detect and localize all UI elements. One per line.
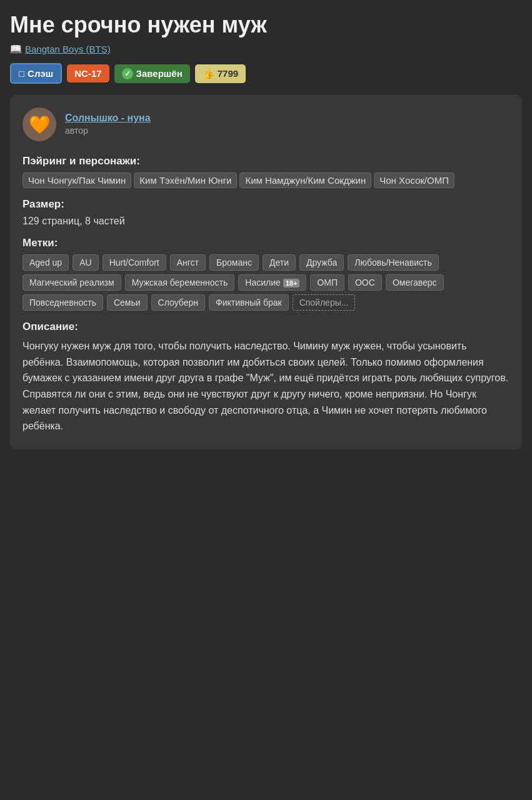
pairing-section: Пэйринг и персонажи: Чон Чонгук/Пак Чими… bbox=[23, 155, 509, 188]
tag-item[interactable]: Любовь/Ненависть bbox=[348, 254, 439, 271]
description-label: Описание: bbox=[23, 321, 509, 333]
tag-item[interactable]: Слоуберн bbox=[151, 294, 205, 311]
tag-item[interactable]: ОМП bbox=[310, 274, 344, 291]
tag-item[interactable]: ООС bbox=[348, 274, 382, 291]
info-card: 🧡 Солнышко - нуна автор Пэйринг и персон… bbox=[10, 95, 522, 449]
fandom-link[interactable]: 📖 Bangtan Boys (BTS) bbox=[10, 43, 111, 54]
tag-item[interactable]: Hurt/Comfort bbox=[103, 254, 166, 271]
avatar: 🧡 bbox=[23, 108, 56, 141]
tag-item[interactable]: AU bbox=[73, 254, 98, 271]
tag-item[interactable]: Повседневность bbox=[23, 294, 103, 311]
author-row: 🧡 Солнышко - нуна автор bbox=[23, 108, 509, 141]
tags-section: Метки: Aged upAUHurt/ComfortАнгстБроманс… bbox=[23, 237, 509, 311]
tag-item[interactable]: Семьи bbox=[107, 294, 148, 311]
pairing-tag[interactable]: Ким Тэхён/Мин Юнги bbox=[134, 172, 237, 188]
tag-item[interactable]: Спойлеры... bbox=[293, 294, 356, 311]
tag-item[interactable]: Дети bbox=[263, 254, 296, 271]
slash-badge[interactable]: □ Слэш bbox=[10, 63, 62, 84]
likes-badge: 👍 7799 bbox=[195, 64, 246, 83]
tag-item[interactable]: Насилие 18+ bbox=[238, 274, 306, 291]
tag-item[interactable]: Дружба bbox=[299, 254, 344, 271]
description-text: Чонгуку нужен муж для того, чтобы получи… bbox=[23, 338, 509, 434]
pairing-tag[interactable]: Ким Намджун/Ким Сокджин bbox=[239, 172, 371, 188]
thumbsup-icon: 👍 bbox=[203, 68, 214, 79]
author-name-link[interactable]: Солнышко - нуна bbox=[65, 112, 151, 124]
fandom-label: Bangtan Boys (BTS) bbox=[25, 44, 111, 54]
status-badge: ✓ Завершён bbox=[114, 64, 190, 83]
tag-item[interactable]: Омегаверс bbox=[386, 274, 444, 291]
badges-row: □ Слэш NC-17 ✓ Завершён 👍 7799 bbox=[10, 63, 522, 84]
description-section: Описание: Чонгуку нужен муж для того, чт… bbox=[23, 321, 509, 434]
check-icon: ✓ bbox=[122, 68, 133, 79]
pairing-tag[interactable]: Чон Хосок/ОМП bbox=[374, 172, 454, 188]
slash-icon: □ bbox=[19, 68, 24, 79]
page-title: Мне срочно нужен муж bbox=[10, 11, 522, 38]
author-role-label: автор bbox=[65, 126, 88, 136]
size-section-label: Размер: bbox=[23, 198, 509, 211]
tag-item[interactable]: Aged up bbox=[23, 254, 69, 271]
tag-item[interactable]: Броманс bbox=[209, 254, 259, 271]
tags-section-label: Метки: bbox=[23, 237, 509, 249]
status-label: Завершён bbox=[136, 68, 183, 79]
rating-badge: NC-17 bbox=[67, 64, 109, 82]
author-info: Солнышко - нуна автор bbox=[65, 112, 151, 136]
book-icon: 📖 bbox=[10, 43, 22, 54]
tag-item[interactable]: Фиктивный брак bbox=[209, 294, 289, 311]
likes-count: 7799 bbox=[218, 68, 238, 79]
tag-item[interactable]: Магический реализм bbox=[23, 274, 121, 291]
tag-item[interactable]: Ангст bbox=[170, 254, 206, 271]
size-value: 129 страниц, 8 частей bbox=[23, 216, 509, 227]
size-section: Размер: 129 страниц, 8 частей bbox=[23, 198, 509, 227]
pairing-section-label: Пэйринг и персонажи: bbox=[23, 155, 509, 168]
tags-container: Aged upAUHurt/ComfortАнгстБромансДетиДру… bbox=[23, 254, 509, 311]
tag-item[interactable]: Мужская беременность bbox=[125, 274, 235, 291]
slash-label: Слэш bbox=[28, 68, 53, 79]
age-badge: 18+ bbox=[283, 279, 300, 288]
pairing-tag[interactable]: Чон Чонгук/Пак Чимин bbox=[23, 172, 131, 188]
pairing-tags: Чон Чонгук/Пак ЧиминКим Тэхён/Мин ЮнгиКи… bbox=[23, 172, 509, 188]
